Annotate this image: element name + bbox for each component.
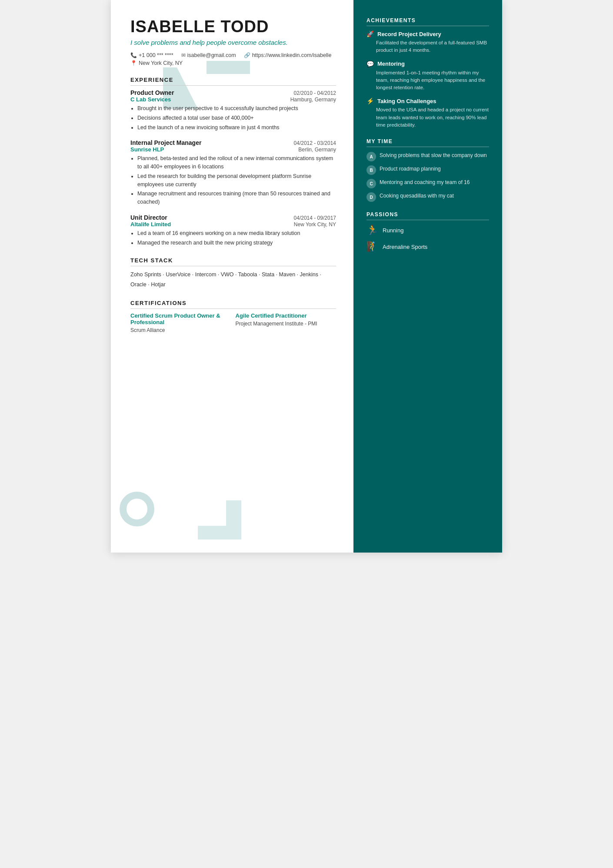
exp-date: 02/2010 - 04/2012 xyxy=(294,90,336,96)
passions-list: 🏃 Running 🧗 Adrenaline Sports xyxy=(366,225,489,252)
achievement-icon: 💬 xyxy=(366,60,374,67)
exp-bullets: Planned, beta-tested and led the rollout… xyxy=(137,154,336,206)
exp-company: C Lab Services xyxy=(130,96,171,103)
achievements-list: 🚀 Record Project Delivery Facilitated th… xyxy=(366,30,489,129)
exp-location: New York City, NY xyxy=(294,221,336,228)
certifications-section-title: CERTIFICATIONS xyxy=(130,300,336,309)
header: ISABELLE TODD I solve problems and help … xyxy=(130,17,336,66)
achievement-title: Mentoring xyxy=(377,60,405,67)
achievement-title-row: ⚡ Taking On Challenges xyxy=(366,97,489,104)
phone-icon: 📞 xyxy=(130,52,137,58)
exp-bullets: Brought in the user perspective to 4 suc… xyxy=(137,104,336,131)
achievement-title-row: 🚀 Record Project Delivery xyxy=(366,30,489,37)
exp-title: Internal Project Manager xyxy=(130,139,201,146)
time-item: A Solving problems that slow the company… xyxy=(366,151,489,161)
achievement-title-row: 💬 Mentoring xyxy=(366,60,489,67)
cert-issuer: Scrum Alliance xyxy=(130,327,231,333)
time-label: Product roadmap planning xyxy=(380,165,441,173)
contact-email: ✉ isabelle@gmail.com xyxy=(181,52,236,58)
exp-header: Unit Director 04/2014 - 09/2017 xyxy=(130,214,336,221)
achievement-desc: Moved to the USA and headed a project no… xyxy=(376,106,489,129)
techstack-section-title: TECH STACK xyxy=(130,257,336,266)
exp-bullet: Managed the research and built the new p… xyxy=(137,239,336,247)
contact-row: 📞 +1 000 *** **** ✉ isabelle@gmail.com 🔗… xyxy=(130,52,336,58)
achievement-item: 🚀 Record Project Delivery Facilitated th… xyxy=(366,30,489,54)
experience-list: Product Owner 02/2010 - 04/2012 C Lab Se… xyxy=(130,89,336,247)
cert-item: Agile Certified Practitioner Project Man… xyxy=(236,312,336,333)
time-badge: D xyxy=(366,192,376,202)
time-label: Solving problems that slow the company d… xyxy=(380,151,487,159)
passion-item: 🏃 Running xyxy=(366,225,489,236)
cert-issuer: Project Management Institute - PMI xyxy=(236,321,336,327)
passion-item: 🧗 Adrenaline Sports xyxy=(366,241,489,252)
exp-date: 04/2014 - 09/2017 xyxy=(294,215,336,221)
exp-company: Altalife Limited xyxy=(130,221,171,228)
exp-bullet: Led the launch of a new invoicing softwa… xyxy=(137,124,336,132)
time-label: Cooking quesadillas with my cat xyxy=(380,192,454,200)
time-badge: A xyxy=(366,152,376,161)
passion-label: Running xyxy=(383,227,403,234)
contact-linkedin: 🔗 https://www.linkedin.com/isabelle xyxy=(244,52,332,58)
candidate-tagline: I solve problems and help people overcom… xyxy=(130,39,336,46)
exp-company-row: Altalife Limited New York City, NY xyxy=(130,221,336,228)
achievement-title: Taking On Challenges xyxy=(377,98,436,104)
contact-location-row: 📍 New York City, NY xyxy=(130,60,336,66)
achievement-icon: 🚀 xyxy=(366,30,374,37)
exp-bullet: Led the research for building the person… xyxy=(137,172,336,189)
achievement-desc: Facilitated the development of a full-fe… xyxy=(376,39,489,54)
experience-entry: Unit Director 04/2014 - 09/2017 Altalife… xyxy=(130,214,336,247)
passion-label: Adrenaline Sports xyxy=(383,244,427,250)
exp-bullet: Decisions affected a total user base of … xyxy=(137,114,336,122)
exp-title: Unit Director xyxy=(130,214,167,221)
passion-icon: 🏃 xyxy=(366,225,378,236)
achievement-title: Record Project Delivery xyxy=(377,31,441,37)
right-column: ACHIEVEMENTS 🚀 Record Project Delivery F… xyxy=(353,0,502,553)
candidate-name: ISABELLE TODD xyxy=(130,17,336,36)
exp-bullet: Manage recruitment and resources trainin… xyxy=(137,190,336,206)
exp-title: Product Owner xyxy=(130,89,174,96)
exp-company-row: Sunrise HLP Berlin, Germany xyxy=(130,146,336,153)
resume-wrapper: ISABELLE TODD I solve problems and help … xyxy=(111,0,502,553)
achievement-item: 💬 Mentoring Implemented 1-on-1 meeting r… xyxy=(366,60,489,92)
exp-header: Internal Project Manager 04/2012 - 03/20… xyxy=(130,139,336,146)
contact-phone: 📞 +1 000 *** **** xyxy=(130,52,173,58)
left-column: ISABELLE TODD I solve problems and help … xyxy=(111,0,353,553)
exp-location: Berlin, Germany xyxy=(298,147,336,153)
exp-bullet: Led a team of 16 engineers working on a … xyxy=(137,229,336,238)
experience-entry: Product Owner 02/2010 - 04/2012 C Lab Se… xyxy=(130,89,336,131)
link-icon: 🔗 xyxy=(244,52,250,58)
time-item: B Product roadmap planning xyxy=(366,165,489,175)
cert-item: Certified Scrum Product Owner & Professi… xyxy=(130,312,231,333)
time-label: Mentoring and coaching my team of 16 xyxy=(380,178,470,186)
passion-icon: 🧗 xyxy=(366,241,378,252)
exp-company-row: C Lab Services Hamburg, Germany xyxy=(130,96,336,103)
exp-bullets: Led a team of 16 engineers working on a … xyxy=(137,229,336,247)
achievements-section-title: ACHIEVEMENTS xyxy=(366,17,489,26)
exp-bullet: Brought in the user perspective to 4 suc… xyxy=(137,104,336,113)
passions-section-title: PASSIONS xyxy=(366,211,489,220)
exp-date: 04/2012 - 03/2014 xyxy=(294,140,336,146)
exp-header: Product Owner 02/2010 - 04/2012 xyxy=(130,89,336,96)
certifications-grid: Certified Scrum Product Owner & Professi… xyxy=(130,312,336,333)
contact-location: 📍 New York City, NY xyxy=(130,60,183,66)
time-item: C Mentoring and coaching my team of 16 xyxy=(366,178,489,188)
mytime-section-title: MY TIME xyxy=(366,138,489,147)
exp-location: Hamburg, Germany xyxy=(290,97,336,103)
techstack-text: Zoho Sprints · UserVoice · Intercom · VW… xyxy=(130,270,336,289)
experience-entry: Internal Project Manager 04/2012 - 03/20… xyxy=(130,139,336,206)
achievement-icon: ⚡ xyxy=(366,97,374,104)
cert-name: Agile Certified Practitioner xyxy=(236,312,336,319)
achievement-item: ⚡ Taking On Challenges Moved to the USA … xyxy=(366,97,489,129)
location-icon: 📍 xyxy=(130,60,137,66)
experience-section-title: EXPERIENCE xyxy=(130,77,336,86)
time-badge: C xyxy=(366,179,376,188)
time-item: D Cooking quesadillas with my cat xyxy=(366,192,489,202)
mytime-list: A Solving problems that slow the company… xyxy=(366,151,489,202)
email-icon: ✉ xyxy=(181,52,186,58)
achievement-desc: Implemented 1-on-1 meeting rhythm within… xyxy=(376,69,489,92)
time-badge: B xyxy=(366,165,376,175)
exp-company: Sunrise HLP xyxy=(130,146,164,153)
cert-name: Certified Scrum Product Owner & Professi… xyxy=(130,312,231,325)
exp-bullet: Planned, beta-tested and led the rollout… xyxy=(137,154,336,171)
